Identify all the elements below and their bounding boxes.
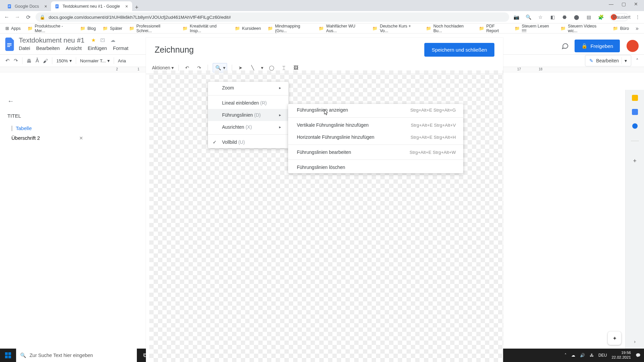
- collapse-button[interactable]: ˄: [636, 58, 639, 64]
- bookmark-item[interactable]: 📁Produktsuche - Mer...: [25, 24, 76, 33]
- bookmark-item[interactable]: 📁Später: [100, 24, 125, 33]
- docs-favicon-icon: [54, 4, 60, 9]
- calendar-icon[interactable]: [632, 95, 638, 101]
- tab-label: Google Docs: [15, 4, 39, 9]
- bookmark-item[interactable]: 📁Büro: [610, 24, 632, 33]
- share-button[interactable]: 🔒 Freigeben: [575, 40, 620, 52]
- language-indicator[interactable]: DEU: [598, 353, 607, 358]
- bookmark-item[interactable]: 📁Deutsche Kurs + Vo...: [370, 24, 422, 33]
- docs-logo-icon[interactable]: [3, 36, 17, 52]
- tab-close-icon[interactable]: ×: [44, 4, 47, 9]
- taskbar-search[interactable]: 🔍 Zur Suche Text hier eingeben: [16, 349, 137, 362]
- document-title[interactable]: Textdokument neu #1: [19, 36, 85, 44]
- menu-snap[interactable]: Ausrichten (X) ▸: [208, 121, 288, 133]
- spellcheck-button[interactable]: Ǎ: [36, 58, 39, 64]
- apps-button[interactable]: ⊞ Apps: [3, 24, 23, 33]
- bookmark-item[interactable]: 📁Kursideen: [232, 24, 264, 33]
- outline-remove-icon[interactable]: ✕: [79, 135, 93, 141]
- menu-bearbeiten[interactable]: Bearbeiten: [36, 46, 60, 51]
- chevron-down-icon: ▾: [69, 58, 72, 63]
- extension3-icon[interactable]: ▤: [586, 14, 592, 20]
- tray-chevron-icon[interactable]: ˄: [565, 353, 567, 358]
- bookmark-item[interactable]: 📁Wahlfächer WU Aus...: [316, 24, 368, 33]
- print-button[interactable]: 🖶: [26, 58, 32, 64]
- close-icon[interactable]: ✕: [634, 1, 638, 7]
- bookmark-item[interactable]: 📁Steuern Videos wic...: [558, 24, 609, 33]
- extensions-icon[interactable]: 🧩: [598, 14, 604, 20]
- back-button[interactable]: ←: [3, 14, 10, 20]
- move-icon[interactable]: ⮹: [100, 38, 105, 43]
- svg-rect-15: [8, 352, 11, 355]
- dialog-title: Zeichnung: [155, 45, 194, 55]
- menu-edit-guides[interactable]: Führungslinien bearbeiten Strg+Alt+E Str…: [288, 146, 463, 158]
- add-icon[interactable]: +: [632, 158, 638, 164]
- star-icon[interactable]: ★: [91, 38, 96, 43]
- outline-back-button[interactable]: ←: [7, 97, 93, 105]
- profile-label: Pausiert: [619, 14, 625, 20]
- menu-zoom[interactable]: Zoom ▸: [208, 82, 288, 94]
- save-close-button[interactable]: Speichern und schließen: [424, 43, 494, 57]
- tasks-icon[interactable]: [632, 123, 638, 129]
- forward-button[interactable]: →: [14, 14, 21, 20]
- zoom-select[interactable]: 150%▾: [56, 58, 72, 63]
- actions-menu[interactable]: Aktionen▾: [152, 65, 174, 70]
- menu-add-vertical-guide[interactable]: Vertikale Führungslinie hinzufügen Strg+…: [288, 119, 463, 131]
- collapse-panel-icon[interactable]: ›: [632, 338, 638, 345]
- outline-item-tabelle[interactable]: Tabelle: [7, 123, 93, 133]
- menu-icon[interactable]: ⋮: [635, 14, 641, 20]
- profile-chip[interactable]: T Pausiert: [610, 13, 629, 21]
- menu-format[interactable]: Format: [113, 46, 128, 51]
- onedrive-icon[interactable]: ☁: [571, 353, 575, 358]
- comments-icon[interactable]: [561, 42, 569, 50]
- readmode-icon[interactable]: ◧: [549, 14, 555, 20]
- notifications-icon[interactable]: 💬: [636, 353, 641, 358]
- maximize-icon[interactable]: ▢: [622, 1, 626, 7]
- bookmark-item[interactable]: 📁Kreativität und Insp...: [180, 24, 231, 33]
- new-tab-button[interactable]: +: [132, 4, 142, 11]
- reload-button[interactable]: ⟳: [25, 14, 32, 20]
- menu-show-guides[interactable]: Führungslinien anzeigen Strg+Alt+E Strg+…: [288, 104, 463, 116]
- menu-ansicht[interactable]: Ansicht: [66, 46, 82, 51]
- bookmark-item[interactable]: 📁Mindmapping (Gru...: [265, 24, 315, 33]
- undo-button[interactable]: ↶: [5, 58, 10, 64]
- menu-fullscreen[interactable]: ✓ Vollbild (U): [208, 136, 288, 148]
- explore-button[interactable]: ✦: [608, 331, 621, 345]
- menu-datei[interactable]: Datei: [19, 46, 30, 51]
- tab-textdokument[interactable]: Textdokument neu #1 - Google ×: [51, 1, 132, 11]
- bookmarks-overflow-button[interactable]: »: [633, 25, 641, 32]
- redo-button[interactable]: ↷: [14, 58, 18, 64]
- lock-icon[interactable]: 🔒: [40, 14, 45, 20]
- chevron-down-icon[interactable]: ▾: [261, 65, 263, 70]
- extension1-icon[interactable]: ⬣: [561, 14, 568, 20]
- minimize-icon[interactable]: —: [609, 1, 613, 7]
- star-icon[interactable]: ☆: [537, 14, 543, 20]
- menu-einfuegen[interactable]: Einfügen: [88, 46, 107, 51]
- bookmark-item[interactable]: 📁Noch hochladen Bu...: [423, 24, 475, 33]
- font-select[interactable]: Aria: [118, 58, 126, 63]
- bookmark-item[interactable]: 📁Professionell Schrei...: [126, 24, 178, 33]
- paint-format-button[interactable]: 🖌: [43, 58, 48, 64]
- zoom-indicator-icon[interactable]: 🔍: [525, 14, 531, 20]
- start-button[interactable]: [0, 349, 16, 362]
- extension2-icon[interactable]: ⬤: [574, 14, 580, 20]
- bookmark-item[interactable]: 📁Steuern Lesen !!!!: [512, 24, 557, 33]
- volume-icon[interactable]: 🔊: [580, 353, 585, 358]
- clock[interactable]: 19:56 22.02.2021: [611, 351, 631, 360]
- menu-add-horizontal-guide[interactable]: Horizontale Führungslinie hinzufügen Str…: [288, 131, 463, 143]
- menu-guides[interactable]: Führungslinien (D) ▸: [208, 109, 288, 121]
- tab-close-icon[interactable]: ×: [125, 4, 128, 9]
- keep-icon[interactable]: [632, 109, 638, 115]
- account-avatar[interactable]: [627, 40, 639, 52]
- outline-item-ueberschrift2[interactable]: Überschrift 2 ✕: [7, 133, 93, 143]
- camera-icon[interactable]: 📷: [513, 14, 519, 20]
- cloud-status-icon[interactable]: ☁: [110, 38, 115, 43]
- menu-delete-guides[interactable]: Führungslinien löschen: [288, 161, 463, 173]
- menu-ruler[interactable]: Lineal einblenden (R): [208, 97, 288, 109]
- bookmark-item[interactable]: 📁Blog: [77, 24, 99, 33]
- bookmark-item[interactable]: 📁PDF Report: [476, 24, 511, 33]
- omnibox[interactable]: 🔒 docs.google.com/document/d/1hUH8k6kh7L…: [36, 12, 509, 22]
- network-icon[interactable]: 🖧: [590, 353, 594, 358]
- style-select[interactable]: Normaler T...▾: [80, 58, 110, 63]
- tab-google-docs[interactable]: Google Docs ×: [3, 1, 51, 11]
- mode-button[interactable]: ✎ Bearbeiten ▾: [585, 55, 631, 66]
